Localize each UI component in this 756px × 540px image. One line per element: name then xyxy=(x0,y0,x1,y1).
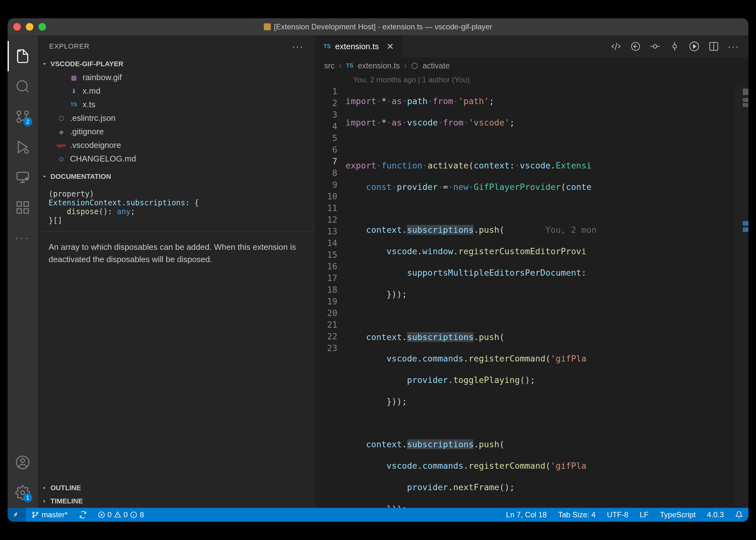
warning-count: 0 xyxy=(124,510,128,519)
svg-point-15 xyxy=(653,45,657,48)
svg-point-19 xyxy=(33,512,34,514)
encoding[interactable]: UTF-8 xyxy=(601,508,634,522)
line-gutter: 1234 5678 9101112 13141516 17181920 2122… xyxy=(315,85,346,508)
timeline-title: TIMELINE xyxy=(51,497,83,505)
remote-icon xyxy=(15,170,30,185)
breadcrumb-src[interactable]: src xyxy=(324,61,335,70)
app-icon xyxy=(264,23,271,30)
close-tab-button[interactable]: ✕ xyxy=(386,41,394,52)
commit-icon[interactable] xyxy=(650,41,661,52)
account-activity[interactable] xyxy=(8,447,38,477)
run-activity[interactable] xyxy=(8,132,38,162)
eslint-icon: ⬡ xyxy=(57,114,65,123)
run-icon[interactable] xyxy=(689,41,700,52)
scm-activity[interactable]: 2 xyxy=(8,101,38,132)
svg-point-12 xyxy=(21,459,25,463)
file-gitignore[interactable]: ◆ .gitignore xyxy=(44,125,315,138)
maximize-window-button[interactable] xyxy=(39,23,46,31)
remote-activity[interactable] xyxy=(8,162,38,193)
file-x-ts[interactable]: TS x.ts xyxy=(44,98,315,111)
file-eslintrc[interactable]: ⬡ .eslintrc.json xyxy=(44,111,315,125)
remote-indicator[interactable] xyxy=(8,508,26,522)
git-icon: ◆ xyxy=(57,127,65,136)
svg-point-2 xyxy=(17,119,21,122)
info-count: 8 xyxy=(140,510,144,519)
project-section-header[interactable]: VSCODE-GIF-PLAYER xyxy=(38,58,315,70)
svg-point-3 xyxy=(17,111,21,115)
breadcrumb-symbol[interactable]: activate xyxy=(422,61,450,70)
vscode-window: [Extension Development Host] - extension… xyxy=(8,18,748,522)
eol[interactable]: LF xyxy=(634,508,654,522)
git-branch[interactable]: master* xyxy=(26,508,73,522)
more-icon[interactable]: ··· xyxy=(728,41,740,52)
file-label: .vscodeignore xyxy=(70,140,121,150)
more-activity[interactable]: ··· xyxy=(8,223,38,253)
search-activity[interactable] xyxy=(8,71,38,101)
doc-property-label: (property) xyxy=(49,190,304,199)
tab-extension-ts[interactable]: TS extension.ts ✕ xyxy=(315,35,402,58)
svg-rect-9 xyxy=(17,209,22,213)
status-bar: master* 0 0 8 Ln 7, Col 18 Tab Size: 4 U… xyxy=(8,508,748,522)
sidebar-header: EXPLORER ··· xyxy=(38,35,315,58)
code-content[interactable]: import·*·as·path·from·'path'; import·*·a… xyxy=(346,85,748,508)
breadcrumb-file[interactable]: extension.ts xyxy=(358,61,400,70)
window-title: [Extension Development Host] - extension… xyxy=(264,22,492,31)
compare-icon[interactable] xyxy=(611,41,621,52)
extensions-activity[interactable] xyxy=(8,193,38,223)
typescript-icon: TS xyxy=(323,43,331,50)
svg-point-13 xyxy=(21,491,25,494)
split-icon[interactable] xyxy=(708,41,719,52)
problems-status[interactable]: 0 0 8 xyxy=(92,508,150,522)
minimap[interactable] xyxy=(734,85,748,508)
file-rainbow-gif[interactable]: ▦ rainbow.gif xyxy=(44,70,315,84)
language-mode[interactable]: TypeScript xyxy=(654,508,701,522)
svg-rect-10 xyxy=(24,209,28,213)
settings-activity[interactable]: 1 xyxy=(8,477,38,508)
editor-actions: ··· xyxy=(611,35,748,58)
remote-icon xyxy=(13,511,21,519)
explorer-activity[interactable] xyxy=(8,41,38,71)
cursor-position[interactable]: Ln 7, Col 18 xyxy=(500,508,552,522)
markdown-icon: ⬇ xyxy=(69,87,78,95)
file-vscodeignore[interactable]: npm .vscodeignore xyxy=(44,138,315,152)
tab-size[interactable]: Tab Size: 4 xyxy=(552,508,601,522)
documentation-description: An array to which disposables can be add… xyxy=(38,231,315,275)
go-back-icon[interactable] xyxy=(630,41,641,52)
image-icon: ▦ xyxy=(69,73,78,82)
documentation-section-header[interactable]: DOCUMENTATION xyxy=(38,170,315,183)
code-editor[interactable]: 1234 5678 9101112 13141516 17181920 2122… xyxy=(315,85,748,508)
outline-section-header[interactable]: OUTLINE xyxy=(38,481,315,494)
tab-label: extension.ts xyxy=(335,42,379,52)
file-label: .eslintrc.json xyxy=(70,113,116,123)
close-window-button[interactable] xyxy=(13,23,21,31)
extensions-icon xyxy=(15,200,30,215)
file-changelog[interactable]: ⊙ CHANGELOG.md xyxy=(44,152,315,166)
documentation-title: DOCUMENTATION xyxy=(51,173,111,181)
breadcrumb[interactable]: src › TS extension.ts › ⬡ activate xyxy=(315,58,748,74)
notifications-button[interactable] xyxy=(729,508,748,522)
bell-icon xyxy=(735,511,743,518)
minimize-window-button[interactable] xyxy=(26,23,34,31)
chevron-right-icon xyxy=(42,498,47,504)
timeline-section-header[interactable]: TIMELINE xyxy=(38,494,315,508)
commit-graph-icon[interactable] xyxy=(669,41,680,52)
svg-point-21 xyxy=(37,512,38,514)
svg-point-1 xyxy=(25,111,28,115)
file-x-md[interactable]: ⬇ x.md xyxy=(44,84,315,98)
gitlens-authors: You, 2 months ago | 1 author (You) xyxy=(315,74,748,85)
chevron-right-icon xyxy=(42,485,47,491)
ts-version[interactable]: 4.0.3 xyxy=(702,508,729,522)
file-label: CHANGELOG.md xyxy=(70,154,136,164)
search-icon xyxy=(15,79,30,94)
file-label: x.md xyxy=(83,86,100,96)
gitlens-blame: You, 2 mon xyxy=(545,225,597,235)
files-icon xyxy=(15,49,30,64)
chevron-right-icon: › xyxy=(339,61,341,70)
sync-button[interactable] xyxy=(73,508,92,522)
svg-point-4 xyxy=(25,150,28,153)
sidebar-more-button[interactable]: ··· xyxy=(292,41,304,52)
chevron-down-icon xyxy=(42,174,47,180)
titlebar: [Extension Development Host] - extension… xyxy=(8,18,748,35)
window-title-text: [Extension Development Host] - extension… xyxy=(274,22,492,31)
main-area: 2 ··· 1 EX xyxy=(8,35,748,508)
